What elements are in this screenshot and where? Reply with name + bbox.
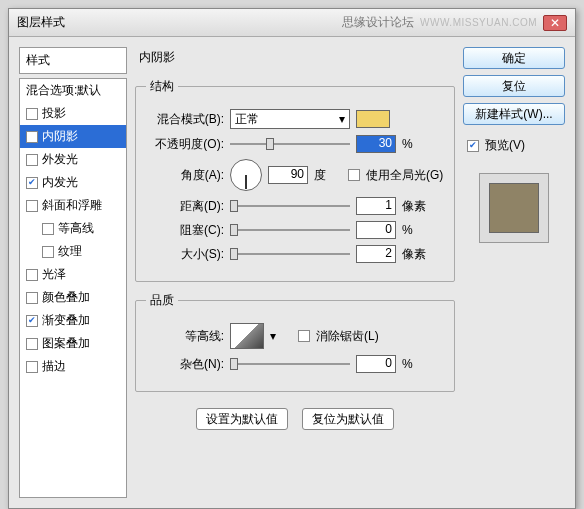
blending-options-label: 混合选项:默认 xyxy=(26,82,101,99)
blend-mode-value: 正常 xyxy=(235,111,259,128)
structure-legend: 结构 xyxy=(146,78,178,95)
style-item-3[interactable]: 内发光 xyxy=(20,171,126,194)
style-checkbox[interactable] xyxy=(26,108,38,120)
opacity-field[interactable]: 30 xyxy=(356,135,396,153)
style-item-label: 外发光 xyxy=(42,151,78,168)
style-item-1[interactable]: 内阴影 xyxy=(20,125,126,148)
style-checkbox[interactable] xyxy=(26,131,38,143)
preview-swatch xyxy=(489,183,539,233)
style-item-label: 内阴影 xyxy=(42,128,78,145)
structure-group: 结构 混合模式(B): 正常 ▾ 不透明度(O): 30 % 角度( xyxy=(135,78,455,282)
cancel-button[interactable]: 复位 xyxy=(463,75,565,97)
distance-label: 距离(D): xyxy=(146,198,224,215)
effect-title: 内阴影 xyxy=(139,49,455,66)
style-item-label: 斜面和浮雕 xyxy=(42,197,102,214)
window-title: 图层样式 xyxy=(17,14,65,31)
style-checkbox[interactable] xyxy=(26,361,38,373)
style-item-label: 光泽 xyxy=(42,266,66,283)
chevron-down-icon: ▾ xyxy=(339,112,345,126)
ok-button[interactable]: 确定 xyxy=(463,47,565,69)
right-panel: 确定 复位 新建样式(W)... 预览(V) xyxy=(463,47,565,498)
style-item-2[interactable]: 外发光 xyxy=(20,148,126,171)
style-item-label: 描边 xyxy=(42,358,66,375)
contour-label: 等高线: xyxy=(146,328,224,345)
style-item-label: 渐变叠加 xyxy=(42,312,90,329)
style-checkbox[interactable] xyxy=(42,246,54,258)
noise-unit: % xyxy=(402,357,430,371)
choke-unit: % xyxy=(402,223,430,237)
antialias-label: 消除锯齿(L) xyxy=(316,328,379,345)
main-panel: 内阴影 结构 混合模式(B): 正常 ▾ 不透明度(O): 30 % xyxy=(135,47,455,498)
angle-unit: 度 xyxy=(314,167,342,184)
style-checkbox[interactable] xyxy=(26,315,38,327)
choke-field[interactable]: 0 xyxy=(356,221,396,239)
watermark: WWW.MISSYUAN.COM xyxy=(420,17,537,28)
chevron-down-icon: ▾ xyxy=(270,329,276,343)
set-default-button[interactable]: 设置为默认值 xyxy=(196,408,288,430)
style-item-11[interactable]: 描边 xyxy=(20,355,126,378)
style-item-7[interactable]: 光泽 xyxy=(20,263,126,286)
opacity-label: 不透明度(O): xyxy=(146,136,224,153)
titlebar[interactable]: 图层样式 思缘设计论坛 WWW.MISSYUAN.COM ✕ xyxy=(9,9,575,37)
preview-label: 预览(V) xyxy=(485,137,525,154)
size-field[interactable]: 2 xyxy=(356,245,396,263)
size-unit: 像素 xyxy=(402,246,430,263)
style-item-0[interactable]: 投影 xyxy=(20,102,126,125)
choke-slider[interactable] xyxy=(230,221,350,239)
style-item-5[interactable]: 等高线 xyxy=(20,217,126,240)
reset-default-button[interactable]: 复位为默认值 xyxy=(302,408,394,430)
close-button[interactable]: ✕ xyxy=(543,15,567,31)
angle-label: 角度(A): xyxy=(146,167,224,184)
style-item-label: 等高线 xyxy=(58,220,94,237)
style-checkbox[interactable] xyxy=(26,292,38,304)
size-slider[interactable] xyxy=(230,245,350,263)
blend-mode-select[interactable]: 正常 ▾ xyxy=(230,109,350,129)
style-checkbox[interactable] xyxy=(42,223,54,235)
style-item-8[interactable]: 颜色叠加 xyxy=(20,286,126,309)
style-checkbox[interactable] xyxy=(26,200,38,212)
quality-legend: 品质 xyxy=(146,292,178,309)
layer-style-dialog: 图层样式 思缘设计论坛 WWW.MISSYUAN.COM ✕ 样式 混合选项:默… xyxy=(8,8,576,509)
contour-picker[interactable] xyxy=(230,323,264,349)
noise-field[interactable]: 0 xyxy=(356,355,396,373)
distance-slider[interactable] xyxy=(230,197,350,215)
forum-text: 思缘设计论坛 xyxy=(342,14,414,31)
close-icon: ✕ xyxy=(550,16,560,30)
style-item-label: 投影 xyxy=(42,105,66,122)
opacity-unit: % xyxy=(402,137,430,151)
antialias-checkbox[interactable] xyxy=(298,330,310,342)
style-item-label: 纹理 xyxy=(58,243,82,260)
style-item-10[interactable]: 图案叠加 xyxy=(20,332,126,355)
style-item-label: 颜色叠加 xyxy=(42,289,90,306)
style-item-label: 内发光 xyxy=(42,174,78,191)
style-checkbox[interactable] xyxy=(26,338,38,350)
new-style-button[interactable]: 新建样式(W)... xyxy=(463,103,565,125)
style-checkbox[interactable] xyxy=(26,269,38,281)
choke-label: 阻塞(C): xyxy=(146,222,224,239)
preview-checkbox[interactable] xyxy=(467,140,479,152)
style-checkbox[interactable] xyxy=(26,154,38,166)
styles-header: 样式 xyxy=(19,47,127,74)
noise-slider[interactable] xyxy=(230,355,350,373)
use-global-light-label: 使用全局光(G) xyxy=(366,167,443,184)
blend-mode-label: 混合模式(B): xyxy=(146,111,224,128)
styles-list: 混合选项:默认 投影内阴影外发光内发光斜面和浮雕等高线纹理光泽颜色叠加渐变叠加图… xyxy=(19,78,127,498)
size-label: 大小(S): xyxy=(146,246,224,263)
blending-options-row[interactable]: 混合选项:默认 xyxy=(20,79,126,102)
use-global-light-checkbox[interactable] xyxy=(348,169,360,181)
angle-field[interactable]: 90 xyxy=(268,166,308,184)
noise-label: 杂色(N): xyxy=(146,356,224,373)
opacity-slider[interactable] xyxy=(230,135,350,153)
preview-thumbnail xyxy=(479,173,549,243)
style-checkbox[interactable] xyxy=(26,177,38,189)
style-item-9[interactable]: 渐变叠加 xyxy=(20,309,126,332)
style-item-6[interactable]: 纹理 xyxy=(20,240,126,263)
angle-dial[interactable] xyxy=(230,159,262,191)
style-item-4[interactable]: 斜面和浮雕 xyxy=(20,194,126,217)
styles-panel: 样式 混合选项:默认 投影内阴影外发光内发光斜面和浮雕等高线纹理光泽颜色叠加渐变… xyxy=(19,47,127,498)
distance-unit: 像素 xyxy=(402,198,430,215)
quality-group: 品质 等高线: ▾ 消除锯齿(L) 杂色(N): 0 % xyxy=(135,292,455,392)
color-swatch[interactable] xyxy=(356,110,390,128)
distance-field[interactable]: 1 xyxy=(356,197,396,215)
style-item-label: 图案叠加 xyxy=(42,335,90,352)
